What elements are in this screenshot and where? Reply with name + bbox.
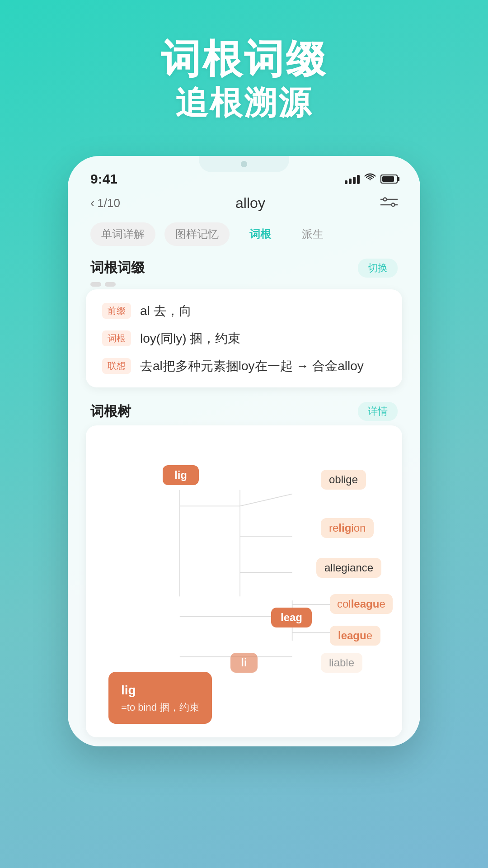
partial-visibility-row xyxy=(77,282,411,289)
phone-wrapper: 9:41 xyxy=(0,156,488,747)
tab-word-detail[interactable]: 单词详解 xyxy=(90,222,155,246)
tab-root[interactable]: 词根 xyxy=(239,222,282,246)
node-leag: leag xyxy=(271,608,312,627)
detail-button[interactable]: 详情 xyxy=(358,402,398,421)
breakdown-row-prefix: 前缀 al 去，向 xyxy=(102,302,386,320)
bottom-info-box: lig =to bind 捆，约束 xyxy=(108,672,212,724)
hero-section: 词根词缀 追根溯源 xyxy=(0,0,488,142)
phone-mockup: 9:41 xyxy=(68,156,420,747)
tag-root: 词根 xyxy=(102,330,131,346)
node-allegiance[interactable]: allegiance xyxy=(316,558,381,578)
nav-back-button[interactable]: ‹ 1/10 xyxy=(90,196,120,210)
prefix-text: al 去，向 xyxy=(140,302,192,320)
bottom-info-title: lig xyxy=(121,681,199,700)
phone-time: 9:41 xyxy=(90,171,117,187)
tabs-row: 单词详解 图样记忆 词根 派生 xyxy=(77,218,411,253)
node-religion[interactable]: religion xyxy=(321,518,374,538)
nav-bar: ‹ 1/10 alloy xyxy=(77,190,411,218)
word-root-title: 词根词缀 xyxy=(90,259,145,277)
bottom-info-desc: =to bind 捆，约束 xyxy=(121,700,199,715)
node-colleague[interactable]: colleague xyxy=(330,594,393,614)
word-root-section-header: 词根词缀 切换 xyxy=(77,253,411,282)
tag-assoc: 联想 xyxy=(102,358,131,374)
node-oblige[interactable]: oblige xyxy=(321,470,366,490)
svg-line-9 xyxy=(240,494,292,506)
tree-diagram: lig oblige religion allegiance leag coll… xyxy=(99,443,389,737)
notch-dot xyxy=(241,161,247,167)
phone-notch xyxy=(199,156,289,172)
status-icons xyxy=(345,173,398,185)
breakdown-row-assoc: 联想 去al把多种元素捆loy在一起 → 合金alloy xyxy=(102,357,386,375)
battery-icon xyxy=(380,175,398,184)
breakdown-row-root: 词根 loy(同ly) 捆，约束 xyxy=(102,330,386,347)
hero-title-main: 词根词缀 xyxy=(0,36,488,82)
root-text: loy(同ly) 捆，约束 xyxy=(140,330,240,347)
switch-button[interactable]: 切换 xyxy=(358,259,398,278)
tab-image-memory[interactable]: 图样记忆 xyxy=(164,222,230,246)
word-breakdown-card: 前缀 al 去，向 词根 loy(同ly) 捆，约束 联想 去al把多种元素捆l… xyxy=(86,289,402,388)
page-info: 1/10 xyxy=(97,196,120,210)
root-tree-card: lig oblige religion allegiance leag coll… xyxy=(86,425,402,737)
node-lig-root: lig xyxy=(163,465,199,485)
root-tree-title: 词根树 xyxy=(90,402,131,421)
node-li-partial: li xyxy=(230,653,258,673)
tag-prefix: 前缀 xyxy=(102,303,131,319)
nav-title: alloy xyxy=(235,195,265,212)
root-tree-section-header: 词根树 详情 xyxy=(77,396,411,425)
back-icon: ‹ xyxy=(90,196,94,210)
signal-icon xyxy=(345,174,360,184)
wifi-icon xyxy=(364,173,376,185)
hero-title-sub: 追根溯源 xyxy=(0,82,488,124)
assoc-text: 去al把多种元素捆loy在一起 → 合金alloy xyxy=(140,357,364,375)
tab-derivative[interactable]: 派生 xyxy=(291,222,334,246)
node-league[interactable]: league xyxy=(330,626,380,646)
filter-button[interactable] xyxy=(380,196,398,210)
node-liable-partial[interactable]: liable xyxy=(321,653,362,673)
